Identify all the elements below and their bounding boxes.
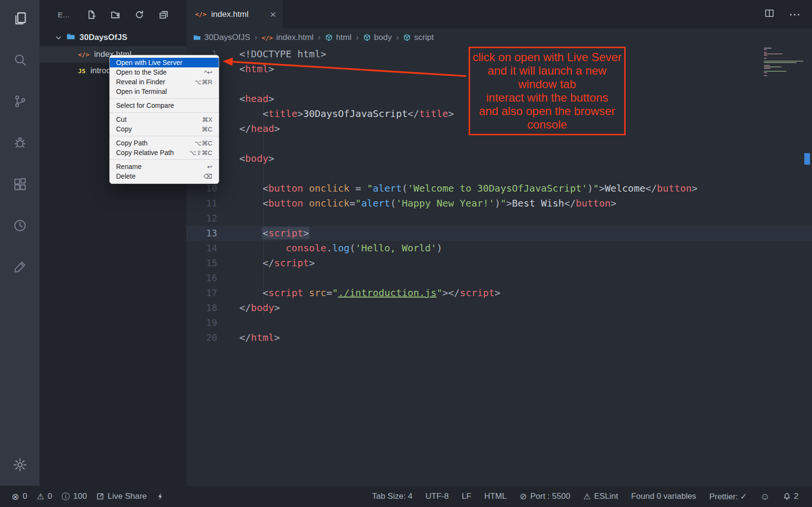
- explorer-icon[interactable]: [9, 8, 30, 29]
- status-warning[interactable]: ⚠ESLint: [583, 492, 618, 501]
- error-icon: ⊗: [12, 492, 19, 501]
- code-line-14[interactable]: 14 console.log('Hello, World'): [186, 241, 812, 256]
- status-label: UTF-8: [426, 492, 449, 501]
- breadcrumbs: 30DaysOfJS›</>index.html›html›body›scrip…: [186, 28, 812, 47]
- code-line-7[interactable]: 7: [186, 136, 812, 151]
- menu-item-reveal-in-finder[interactable]: Reveal in Finder⌥⌘R: [110, 77, 219, 87]
- minimap-line: [764, 69, 804, 70]
- warning-icon: ⚠: [583, 493, 590, 501]
- minimap-line: [764, 55, 767, 56]
- breadcrumb-body[interactable]: body: [363, 33, 392, 42]
- tab-close-icon[interactable]: ×: [270, 9, 276, 19]
- code-line-16[interactable]: 16: [186, 271, 812, 286]
- status-warning[interactable]: ⚠0: [37, 492, 52, 501]
- status-bar: ⊗0⚠0ⓘ100Live Share Tab Size: 4UTF-8LFHTM…: [0, 486, 812, 507]
- collapse-all-icon[interactable]: [158, 10, 168, 19]
- history-icon[interactable]: [9, 215, 30, 236]
- refresh-icon[interactable]: [134, 10, 144, 19]
- menu-separator: [110, 159, 219, 160]
- menu-item-open-to-the-side[interactable]: Open to the Side^↩: [110, 67, 219, 77]
- status-bell[interactable]: 2: [783, 492, 799, 501]
- menu-item-rename[interactable]: Rename↩: [110, 162, 219, 171]
- breadcrumb-index-html[interactable]: </>index.html: [262, 33, 314, 42]
- folder-label: 30DaysOfJS: [79, 33, 127, 42]
- code-line-17[interactable]: 17 <script src="./introduction.js"></scr…: [186, 286, 812, 300]
- bell-icon: [783, 493, 791, 500]
- context-menu: Open with Live ServerOpen to the Side^↩R…: [109, 55, 219, 184]
- breadcrumb-script[interactable]: script: [403, 33, 434, 42]
- status-utf-8[interactable]: UTF-8: [426, 492, 449, 501]
- breadcrumb-separator: ›: [318, 33, 321, 42]
- menu-item-open-with-live-server[interactable]: Open with Live Server: [110, 58, 219, 67]
- menu-item-select-for-compare[interactable]: Select for Compare: [110, 101, 219, 110]
- code-line-20[interactable]: 20</html>: [186, 330, 812, 345]
- menu-item-delete[interactable]: Delete⌫: [110, 171, 219, 181]
- menu-item-copy-path[interactable]: Copy Path⌥⌘C: [110, 138, 219, 148]
- breadcrumb-separator: ›: [254, 33, 257, 42]
- code-line-13[interactable]: 13 <script>: [186, 226, 812, 241]
- debug-icon[interactable]: [9, 132, 30, 153]
- status-left: ⊗0⚠0ⓘ100Live Share: [12, 492, 164, 501]
- overview-ruler-marker: [804, 153, 810, 165]
- menu-separator: [110, 98, 219, 99]
- status-smiley[interactable]: ☺: [760, 492, 770, 501]
- line-number: 16: [186, 271, 217, 286]
- code-line-10[interactable]: 10 <button onclick = "alert('Welcome to …: [186, 181, 812, 196]
- minimap-line: [764, 58, 767, 59]
- menu-item-copy-relative-path[interactable]: Copy Relative Path⌥⇧⌘C: [110, 148, 219, 157]
- status-error[interactable]: ⊗0: [12, 492, 27, 501]
- code-line-12[interactable]: 12: [186, 211, 812, 226]
- menu-item-open-in-terminal[interactable]: Open in Terminal: [110, 87, 219, 96]
- code-line-11[interactable]: 11 <button onclick="alert('Happy New Yea…: [186, 196, 812, 211]
- more-actions-icon[interactable]: ⋯: [789, 8, 800, 21]
- line-number: 17: [186, 286, 217, 300]
- status-prettier[interactable]: Prettier: ✓: [709, 492, 747, 502]
- status-tab-size-4[interactable]: Tab Size: 4: [372, 492, 412, 501]
- breadcrumb-separator: ›: [396, 33, 399, 42]
- code-line-19[interactable]: 19: [186, 315, 812, 330]
- warning-icon: ⚠: [37, 493, 44, 501]
- new-file-icon[interactable]: [86, 10, 96, 19]
- source-control-icon[interactable]: [9, 91, 30, 112]
- status-live-share[interactable]: Live Share: [96, 492, 146, 501]
- annotation-box: click on open with Live Severand it will…: [469, 47, 626, 135]
- folder-row-30daysofjs[interactable]: 30DaysOfJS: [39, 29, 186, 46]
- status-html[interactable]: HTML: [485, 492, 507, 501]
- code-line-18[interactable]: 18</body>: [186, 300, 812, 315]
- symbol-icon: [325, 34, 333, 41]
- breadcrumb-30daysofjs[interactable]: 30DaysOfJS: [193, 33, 250, 42]
- minimap[interactable]: [764, 48, 804, 77]
- feedback-icon[interactable]: [9, 256, 30, 277]
- status-found-0-variables[interactable]: Found 0 variables: [631, 492, 696, 501]
- search-icon[interactable]: [9, 49, 30, 70]
- split-editor-icon[interactable]: [764, 8, 774, 20]
- minimap-line: [764, 51, 804, 52]
- status-lf[interactable]: LF: [462, 492, 471, 501]
- breadcrumb-html[interactable]: html: [325, 33, 352, 42]
- status-label: ESLint: [594, 492, 618, 501]
- status-info[interactable]: ⓘ100: [62, 492, 87, 501]
- line-number: 12: [186, 211, 217, 226]
- tab-index-html[interactable]: </> index.html ×: [186, 0, 283, 28]
- settings-gear-icon[interactable]: [9, 454, 30, 475]
- menu-separator: [110, 136, 219, 136]
- annotation-line: window tab: [518, 78, 576, 91]
- extensions-icon[interactable]: [9, 173, 30, 195]
- html-file-icon: </>: [195, 11, 206, 18]
- status-label: 100: [73, 492, 87, 501]
- annotation-line: and also open the browser: [479, 104, 616, 118]
- status-bolt[interactable]: [157, 493, 164, 500]
- code-line-8[interactable]: 8<body>: [186, 151, 812, 166]
- new-folder-icon[interactable]: [110, 10, 120, 19]
- status-label: 0: [48, 492, 52, 501]
- breadcrumb-separator: ›: [356, 33, 359, 42]
- minimap-line: [764, 75, 767, 76]
- menu-item-copy[interactable]: Copy⌘C: [110, 124, 219, 134]
- status-port[interactable]: ⊘Port : 5500: [520, 492, 570, 501]
- code-line-9[interactable]: 9: [186, 166, 812, 181]
- line-number: 18: [186, 300, 217, 315]
- code-line-15[interactable]: 15 </script>: [186, 256, 812, 271]
- smiley-icon: ☺: [760, 492, 770, 501]
- menu-item-cut[interactable]: Cut⌘X: [110, 115, 219, 124]
- html-file-icon: </>: [78, 51, 89, 58]
